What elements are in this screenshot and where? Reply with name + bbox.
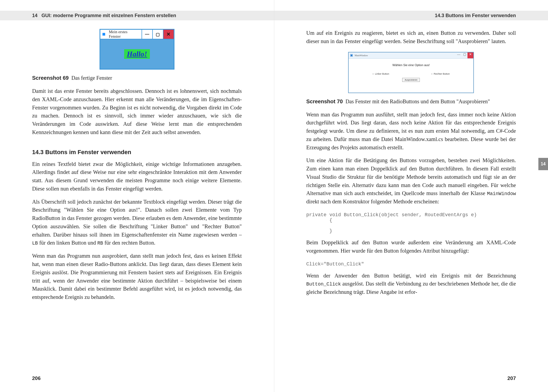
page-left: 14 GUI: moderne Programme mit einzelnen … bbox=[0, 0, 274, 392]
inline-code: RB bbox=[97, 241, 103, 246]
inline-code: LB bbox=[32, 241, 38, 246]
caption-70: Screenshot 70 Das Fenster mit den RadioB… bbox=[306, 98, 516, 105]
inline-code: MainWindow bbox=[487, 191, 516, 196]
radio-left: Linker Button bbox=[372, 73, 389, 75]
page-number: 207 bbox=[507, 375, 516, 381]
running-head-right: 14.3 Buttons im Fenster verwenden bbox=[274, 11, 548, 20]
page-right: 14.3 Buttons im Fenster verwenden Um auf… bbox=[274, 0, 548, 392]
section-ref: 14.3 Buttons im Fenster verwenden bbox=[435, 13, 516, 18]
figure-69: Mein erstes Fenster — ▢ ✕ Hallo! bbox=[100, 29, 174, 70]
body-paragraph: Damit ist das erste Fenster bereits abge… bbox=[32, 87, 242, 136]
caption-69: Screenshot 69 Das fertige Fenster bbox=[32, 75, 242, 81]
radio-row: Linker Button Rechter Button bbox=[351, 73, 471, 75]
body-paragraph: Wenn man das Programm nun ausprobiert, d… bbox=[32, 252, 242, 301]
chapter-number: 14 bbox=[32, 13, 37, 18]
caption-label: Screenshot 69 bbox=[32, 75, 69, 81]
thumb-tab: 14 bbox=[538, 158, 548, 170]
window-body: Hallo! bbox=[100, 39, 174, 69]
try-button: Ausprobieren bbox=[402, 78, 420, 82]
section-heading: 14.3 Buttons im Fenster verwenden bbox=[32, 149, 242, 156]
app-icon: ▣ bbox=[349, 52, 354, 58]
body-paragraph: Um eine Aktion für die Betätigung des Bu… bbox=[306, 156, 516, 206]
window-body: Wählen Sie eine Option aus! Linker Butto… bbox=[349, 59, 473, 93]
minimize-icon: — bbox=[142, 30, 152, 39]
radio-right: Rechter Button bbox=[431, 73, 450, 75]
body-paragraph: Wenn der Anwender den Button betätigt, w… bbox=[306, 272, 516, 296]
body-paragraph: Um auf ein Ereignis zu reagieren, bietet… bbox=[306, 29, 516, 45]
caption-label: Screenshot 70 bbox=[306, 98, 343, 104]
figure-70: ▣ MainWindow — ▢ ✕ Wählen Sie eine Optio… bbox=[348, 52, 474, 93]
window-title: MainWindow bbox=[354, 52, 456, 58]
code-block: Click="Button_Click" bbox=[306, 261, 516, 267]
titlebar: ▣ MainWindow — ▢ ✕ bbox=[349, 52, 473, 59]
maximize-icon: ▢ bbox=[152, 30, 163, 39]
window-illustration-70: ▣ MainWindow — ▢ ✕ Wählen Sie eine Optio… bbox=[348, 52, 474, 93]
close-icon: ✕ bbox=[163, 30, 174, 39]
body-paragraph: Ein reines Textfeld bietet zwar die Mögl… bbox=[32, 160, 242, 193]
chapter-title: GUI: moderne Programme mit einzelnen Fen… bbox=[41, 13, 176, 18]
body-paragraph: Beim Doppelklick auf den Button wurde au… bbox=[306, 238, 516, 255]
body-paragraph: Wenn man das Programm nun ausführt, stel… bbox=[306, 111, 516, 152]
caption-text: Das Fenster mit den RadioButtons und dem… bbox=[345, 98, 490, 104]
minimize-icon: — bbox=[456, 52, 462, 58]
caption-text: Das fertige Fenster bbox=[71, 75, 112, 81]
book-spread: 14 GUI: moderne Programme mit einzelnen … bbox=[0, 0, 548, 392]
body-paragraph: Als Überschrift soll jedoch zunächst der… bbox=[32, 198, 242, 247]
page-number: 206 bbox=[32, 375, 41, 381]
close-icon: ✕ bbox=[467, 52, 473, 58]
window-illustration-69: Mein erstes Fenster — ▢ ✕ Hallo! bbox=[100, 29, 174, 70]
maximize-icon: ▢ bbox=[462, 52, 467, 58]
hallo-label: Hallo! bbox=[124, 49, 150, 59]
titlebar: Mein erstes Fenster — ▢ ✕ bbox=[100, 30, 174, 39]
prompt-label: Wählen Sie eine Option aus! bbox=[351, 63, 471, 67]
running-head-left: 14 GUI: moderne Programme mit einzelnen … bbox=[0, 11, 274, 20]
code-block: private void Button_Click(object sender,… bbox=[306, 212, 516, 234]
inline-code: Button_Click bbox=[306, 281, 341, 287]
app-icon bbox=[100, 30, 107, 39]
window-title: Mein erstes Fenster bbox=[107, 30, 142, 39]
